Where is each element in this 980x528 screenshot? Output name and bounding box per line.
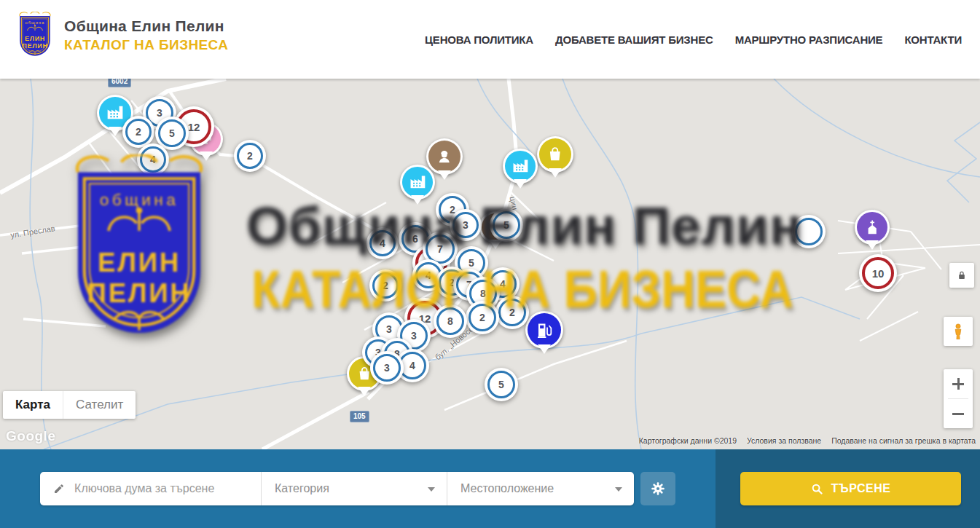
svg-text:ПЕЛИН: ПЕЛИН [22, 42, 47, 50]
gear-icon [650, 481, 666, 497]
cluster-marker[interactable]: 4 [366, 227, 399, 259]
svg-text:ЕЛИН: ЕЛИН [25, 35, 45, 42]
cluster-count: 2 [247, 150, 253, 162]
search-button[interactable]: ТЪРСЕНЕ [740, 472, 961, 505]
cluster-marker[interactable] [792, 215, 826, 248]
nav-route-schedule[interactable]: МАРШРУТНО РАЗПИСАНИЕ [735, 34, 883, 46]
cluster-marker[interactable]: 3 [450, 209, 482, 241]
cluster-count: 3 [157, 107, 162, 119]
chevron-down-icon [615, 487, 622, 495]
map-type-control: Карта Сателит [3, 391, 136, 419]
factory-icon [505, 151, 536, 181]
municipality-emblem-icon: община ЕЛИН ПЕЛИН [16, 12, 54, 60]
lock-icon [956, 269, 968, 281]
cluster-count: 2 [383, 280, 388, 291]
site-logo[interactable]: община ЕЛИН ПЕЛИН Община Елин Пелин КАТА… [16, 12, 228, 60]
cluster-marker[interactable]: 3 [370, 351, 404, 385]
worker-icon [428, 141, 460, 173]
cluster-marker[interactable]: 10 [859, 254, 897, 292]
street-view-pegman-button[interactable] [944, 317, 973, 346]
map-type-map-button[interactable]: Карта [3, 391, 63, 419]
fuel-icon [528, 313, 561, 347]
keyword-field[interactable] [40, 472, 261, 505]
google-logo[interactable]: Google [6, 428, 55, 444]
nav-add-your-business[interactable]: ДОБАВЕТЕ ВАШИЯТ БИЗНЕС [555, 34, 713, 46]
church-icon [857, 212, 887, 243]
cluster-count: 5 [498, 379, 504, 390]
report-error-link[interactable]: Подаване на сигнал за грешка в картата [831, 436, 976, 445]
brand-subtitle: КАТАЛОГ НА БИЗНЕСА [64, 37, 228, 53]
minus-icon [952, 413, 964, 415]
cluster-marker[interactable]: 2 [466, 301, 499, 334]
cluster-count: 10 [872, 267, 885, 280]
cluster-marker[interactable]: 5 [485, 368, 518, 401]
map-attribution: Картографски данни ©2019 Условия за полз… [639, 436, 976, 445]
cluster-marker[interactable]: 2 [495, 296, 529, 329]
nav-contacts[interactable]: КОНТАКТИ [904, 34, 962, 46]
cluster-count: 3 [463, 219, 469, 231]
cluster-count: 5 [169, 127, 175, 139]
shopping-bag-icon [539, 138, 571, 170]
fuel-pin[interactable] [525, 311, 563, 349]
lock-button[interactable] [949, 263, 974, 288]
category-select[interactable]: Категория [261, 472, 447, 505]
cluster-count: 5 [503, 219, 509, 231]
cluster-count: 8 [480, 288, 486, 299]
cluster-count: 4 [500, 278, 506, 290]
location-select[interactable]: Местоположение [447, 472, 634, 505]
main-nav: ЦЕНОВА ПОЛИТИКА ДОБАВЕТЕ ВАШИЯТ БИЗНЕС М… [425, 0, 962, 79]
shopping-bag-pin[interactable] [537, 136, 573, 173]
advanced-settings-button[interactable] [640, 472, 675, 505]
svg-text:община: община [26, 20, 45, 25]
factory-icon [402, 167, 433, 197]
zoom-out-button[interactable] [944, 399, 973, 428]
factory-pin[interactable] [503, 149, 538, 184]
cluster-marker[interactable]: 2 [234, 140, 266, 172]
cluster-count: 2 [479, 312, 485, 323]
cluster-marker[interactable]: 2 [369, 269, 401, 302]
cluster-count: 4 [426, 269, 431, 281]
cluster-count: 12 [188, 121, 200, 133]
cluster-count: 2 [509, 307, 515, 318]
search-fields: Категория Местоположение [40, 472, 634, 505]
cluster-count: 6 [412, 233, 418, 245]
terms-link[interactable]: Условия за ползване [747, 436, 821, 445]
cluster-count: 3 [386, 323, 392, 335]
map-copyright: Картографски данни ©2019 [639, 436, 737, 445]
cluster-count: 7 [437, 243, 443, 255]
chevron-down-icon [428, 487, 435, 495]
zoom-control [944, 369, 973, 428]
cluster-count: 4 [409, 360, 415, 371]
zoom-in-button[interactable] [944, 369, 973, 398]
cluster-count: 3 [411, 330, 417, 342]
cluster-count: 3 [384, 362, 390, 374]
cluster-count: 4 [380, 237, 385, 249]
cluster-marker[interactable]: 5 [490, 208, 523, 242]
church-pin[interactable] [855, 210, 890, 245]
pegman-icon [949, 323, 967, 340]
worker-pin[interactable] [426, 138, 463, 175]
search-icon [811, 483, 823, 495]
cluster-marker[interactable]: 8 [434, 304, 467, 338]
factory-pin[interactable] [400, 165, 435, 200]
map-type-satellite-button[interactable]: Сателит [63, 391, 136, 419]
cluster-marker[interactable]: 4 [137, 143, 169, 176]
header: община ЕЛИН ПЕЛИН Община Елин Пелин КАТА… [0, 0, 980, 79]
nav-pricing-policy[interactable]: ЦЕНОВА ПОЛИТИКА [425, 34, 533, 46]
cluster-count: 4 [150, 154, 156, 165]
markers-layer: 321254223546137510427482221283338435 [0, 79, 980, 449]
google-map[interactable]: 6002 105 ул. Преслав бул. „Новосел ции 3… [0, 79, 980, 449]
keyword-search-input[interactable] [74, 482, 252, 495]
pencil-icon [53, 482, 65, 495]
cluster-count: 5 [469, 257, 474, 269]
cluster-count: 2 [136, 126, 141, 138]
cluster-count: 8 [447, 315, 453, 327]
brand-title: Община Елин Пелин [64, 17, 228, 35]
search-panel: Категория Местоположение [0, 449, 980, 528]
